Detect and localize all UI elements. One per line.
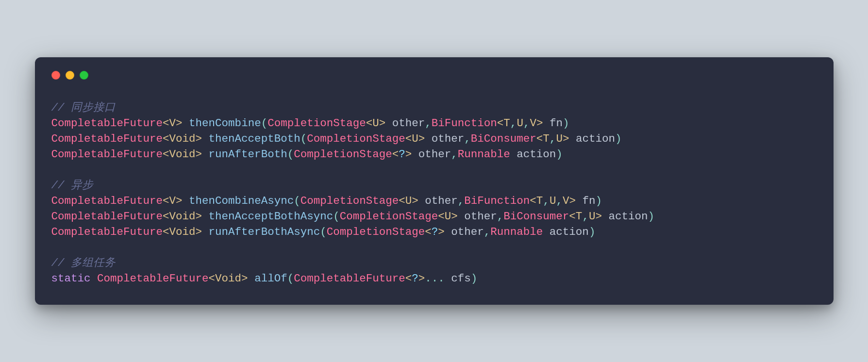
space (202, 210, 209, 223)
comma: , (425, 117, 432, 130)
lparen: ( (294, 195, 300, 207)
lt: < (425, 226, 432, 238)
rparen: ) (648, 210, 654, 223)
lt: < (405, 272, 412, 285)
rparen: ) (595, 195, 602, 207)
method-allof: allOf (254, 272, 287, 285)
gt: > (176, 195, 183, 207)
minimize-icon[interactable] (66, 71, 74, 80)
lparen: ( (287, 272, 294, 285)
method-thenacceptboth: thenAcceptBoth (209, 132, 300, 145)
comma: , (550, 132, 556, 145)
type-completionstage: CompletionStage (327, 226, 425, 238)
generic-v: V (169, 195, 176, 207)
space (202, 148, 209, 161)
wildcard: ? (432, 226, 438, 238)
gt: > (196, 210, 202, 223)
param-other: other (392, 117, 425, 130)
wildcard: ? (399, 148, 405, 161)
comma: , (484, 226, 491, 238)
comment-async: // 异步 (51, 179, 94, 192)
lt: < (405, 132, 412, 145)
lt: < (366, 117, 373, 130)
space (576, 195, 583, 207)
close-icon[interactable] (51, 71, 60, 80)
gt: > (241, 272, 248, 285)
gt: > (196, 148, 202, 161)
type-biconsumer: BiConsumer (503, 210, 569, 223)
lparen: ( (261, 117, 268, 130)
generic-void: Void (169, 210, 196, 223)
lt: < (536, 132, 543, 145)
generic-t: T (536, 195, 543, 207)
generic-t: T (543, 132, 550, 145)
generic-u: U (556, 132, 563, 145)
gt: > (569, 195, 576, 207)
generic-void: Void (169, 132, 196, 145)
gt: > (412, 195, 418, 207)
param-other: other (432, 132, 465, 145)
rparen: ) (563, 117, 569, 130)
lparen: ( (300, 132, 307, 145)
comment-multi: // 多组任务 (51, 257, 116, 269)
param-cfs: cfs (451, 272, 471, 285)
type-completionstage: CompletionStage (300, 195, 399, 207)
space (91, 272, 98, 285)
varargs: ... (425, 272, 445, 285)
comma: , (451, 148, 458, 161)
gt: > (563, 132, 569, 145)
generic-u: U (412, 132, 418, 145)
space (543, 117, 550, 130)
space (183, 195, 189, 207)
type-completablefuture: CompletableFuture (51, 226, 163, 238)
gt: > (196, 132, 202, 145)
lt: < (163, 195, 169, 207)
space (412, 148, 418, 161)
param-other: other (464, 210, 497, 223)
generic-v: V (563, 195, 569, 207)
type-runnable: Runnable (490, 226, 543, 238)
comma: , (458, 195, 465, 207)
gt: > (405, 148, 412, 161)
generic-u: U (550, 195, 556, 207)
lt: < (163, 210, 169, 223)
gt: > (438, 226, 445, 238)
comma: , (464, 132, 471, 145)
space (445, 226, 451, 238)
lt: < (163, 148, 169, 161)
space (543, 226, 550, 238)
space (425, 132, 432, 145)
space (418, 195, 425, 207)
param-other: other (418, 148, 451, 161)
type-completablefuture: CompletableFuture (97, 272, 209, 285)
gt: > (451, 210, 458, 223)
window-controls (51, 71, 817, 80)
type-completionstage: CompletionStage (294, 148, 392, 161)
type-runnable: Runnable (458, 148, 510, 161)
space (385, 117, 392, 130)
gt: > (379, 117, 386, 130)
param-fn: fn (550, 117, 563, 130)
type-completionstage: CompletionStage (307, 132, 405, 145)
generic-t: T (576, 210, 583, 223)
lparen: ( (333, 210, 340, 223)
code-window: // 同步接口 CompletableFuture<V> thenCombine… (35, 57, 834, 305)
generic-u: U (445, 210, 451, 223)
lt: < (399, 195, 405, 207)
lt: < (530, 195, 536, 207)
param-action: action (576, 132, 615, 145)
method-thencombineasync: thenCombineAsync (189, 195, 294, 207)
space (202, 226, 209, 238)
generic-t: T (503, 117, 510, 130)
generic-u: U (405, 195, 412, 207)
space (248, 272, 255, 285)
type-completablefuture: CompletableFuture (51, 117, 163, 130)
type-bifunction: BiFunction (464, 195, 530, 207)
comma: , (543, 195, 550, 207)
maximize-icon[interactable] (80, 71, 88, 80)
lt: < (209, 272, 216, 285)
method-runafterbothasync: runAfterBothAsync (209, 226, 320, 238)
generic-v: V (530, 117, 536, 130)
method-thencombine: thenCombine (189, 117, 261, 130)
space (510, 148, 517, 161)
